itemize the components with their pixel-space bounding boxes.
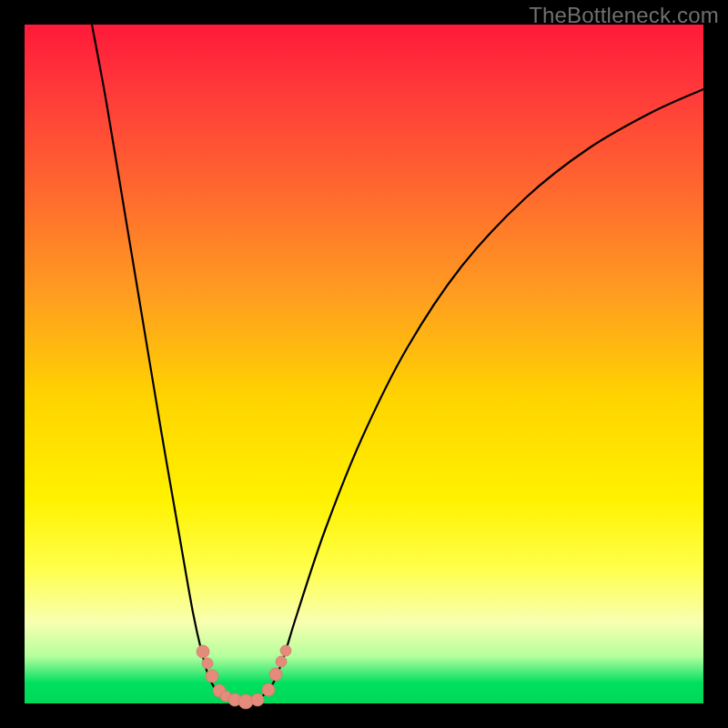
curve-marker xyxy=(280,645,291,656)
curve-markers xyxy=(197,645,291,709)
curve-marker xyxy=(276,656,287,667)
curve-svg xyxy=(25,25,703,703)
curve-marker xyxy=(269,668,282,681)
curve-marker xyxy=(251,693,264,706)
bottleneck-curve xyxy=(92,25,703,702)
plot-area xyxy=(25,25,703,703)
curve-marker xyxy=(206,670,218,682)
curve-marker xyxy=(238,694,253,709)
curve-marker xyxy=(262,683,275,696)
curve-marker xyxy=(197,645,209,658)
curve-marker xyxy=(202,658,213,669)
chart-frame: TheBottleneck.com xyxy=(0,0,728,728)
